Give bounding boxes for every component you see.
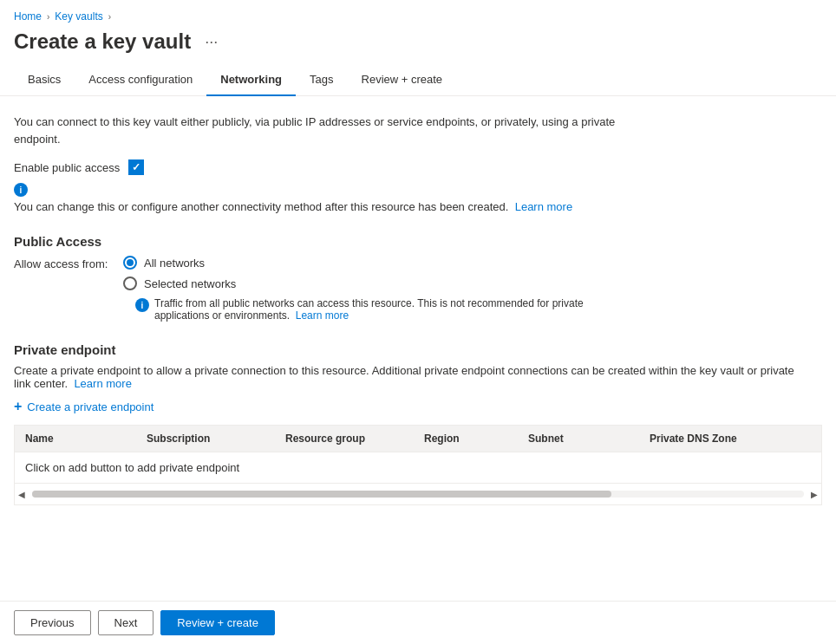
breadcrumb-chevron1: › — [47, 12, 49, 22]
allow-access-label: Allow access from: — [14, 256, 109, 270]
networking-description: You can connect to this key vault either… — [14, 114, 621, 147]
private-endpoint-title: Private endpoint — [14, 342, 822, 357]
radio-selected-networks-button[interactable] — [123, 276, 137, 290]
info-text-row: You can change this or configure another… — [14, 200, 822, 213]
enable-public-access-row: Enable public access — [14, 159, 822, 175]
networking-content: You can connect to this key vault either… — [0, 96, 836, 523]
table-body: Click on add button to add private endpo… — [15, 452, 821, 483]
private-endpoint-description: Create a private endpoint to allow a pri… — [14, 364, 794, 390]
tab-access-configuration[interactable]: Access configuration — [75, 64, 206, 96]
scrollbar-thumb — [32, 491, 611, 498]
col-name-header: Name — [25, 433, 147, 445]
enable-public-access-label: Enable public access — [14, 161, 120, 174]
add-private-endpoint-button[interactable]: + Create a private endpoint — [14, 399, 153, 414]
traffic-learn-more-link[interactable]: Learn more — [296, 309, 349, 322]
col-resourcegroup-header: Resource group — [285, 433, 424, 445]
private-endpoint-table: Name Subscription Resource group Region … — [14, 425, 822, 505]
previous-button[interactable]: Previous — [14, 610, 91, 635]
traffic-info-row: i Traffic from all public networks can a… — [135, 297, 621, 322]
radio-all-networks-button[interactable] — [123, 256, 137, 270]
tab-review-create[interactable]: Review + create — [348, 64, 457, 96]
tab-tags[interactable]: Tags — [296, 64, 347, 96]
info-text: You can change this or configure another… — [14, 200, 572, 213]
add-icon: + — [14, 399, 22, 414]
scrollbar-track[interactable] — [32, 491, 804, 498]
next-button[interactable]: Next — [98, 610, 154, 635]
enable-public-access-checkbox[interactable] — [128, 159, 144, 175]
radio-all-networks[interactable]: All networks — [123, 256, 236, 270]
table-empty-message: Click on add button to add private endpo… — [25, 461, 811, 474]
breadcrumb-keyvaults[interactable]: Key vaults — [55, 10, 102, 23]
page-title: Create a key vault — [14, 29, 191, 54]
col-subscription-header: Subscription — [147, 433, 285, 445]
public-access-title: Public Access — [14, 234, 822, 249]
breadcrumb-chevron2: › — [108, 12, 111, 22]
more-options-button[interactable]: ··· — [199, 31, 223, 53]
review-create-button[interactable]: Review + create — [160, 610, 275, 635]
access-radio-group: All networks Selected networks — [123, 256, 236, 290]
table-header: Name Subscription Resource group Region … — [15, 426, 821, 452]
traffic-info-icon: i — [135, 298, 149, 312]
radio-selected-networks-label: Selected networks — [144, 277, 236, 290]
info-learn-more-link[interactable]: Learn more — [515, 200, 572, 213]
info-icon: i — [14, 183, 28, 197]
col-region-header: Region — [424, 433, 528, 445]
allow-access-row: Allow access from: All networks Selected… — [14, 256, 822, 290]
checkbox-checked-icon[interactable] — [128, 159, 144, 175]
info-row: i — [14, 182, 822, 197]
scrollbar-container: ◀ ▶ — [15, 483, 821, 504]
add-private-endpoint-label: Create a private endpoint — [27, 400, 153, 413]
private-endpoint-learn-more-link[interactable]: Learn more — [74, 377, 131, 390]
scroll-left-arrow[interactable]: ◀ — [15, 487, 29, 501]
radio-all-networks-label: All networks — [144, 257, 205, 270]
tab-networking[interactable]: Networking — [206, 64, 296, 96]
radio-selected-networks[interactable]: Selected networks — [123, 276, 236, 290]
tab-basics[interactable]: Basics — [14, 64, 75, 96]
col-subnet-header: Subnet — [528, 433, 650, 445]
scroll-right-arrow[interactable]: ▶ — [807, 487, 821, 501]
col-dns-header: Private DNS Zone — [650, 433, 771, 445]
traffic-info-text: Traffic from all public networks can acc… — [154, 297, 621, 322]
footer: Previous Next Review + create — [0, 601, 836, 644]
tab-bar: Basics Access configuration Networking T… — [0, 64, 836, 96]
breadcrumb-home[interactable]: Home — [14, 10, 42, 23]
page-header: Create a key vault ··· — [0, 26, 836, 64]
breadcrumb: Home › Key vaults › — [0, 0, 836, 26]
